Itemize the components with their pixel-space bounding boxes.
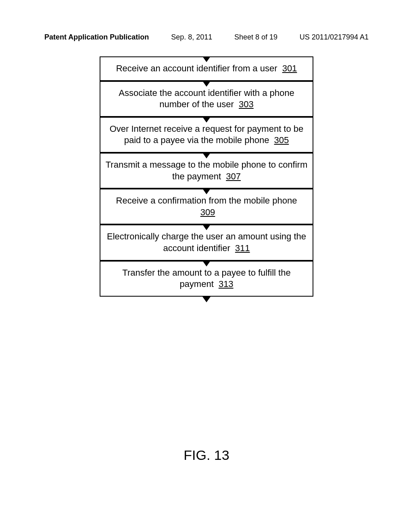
step-text: Transmit a message to the mobile phone t… bbox=[106, 160, 308, 181]
step-313: Transfer the amount to a payee to fulfil… bbox=[100, 261, 313, 297]
step-ref: 301 bbox=[282, 63, 297, 73]
step-ref: 313 bbox=[219, 279, 234, 289]
header-sheet: Sheet 8 of 19 bbox=[234, 33, 277, 42]
step-ref: 305 bbox=[274, 135, 289, 145]
patent-page: Patent Application Publication Sep. 8, 2… bbox=[0, 0, 413, 532]
step-ref: 311 bbox=[235, 243, 250, 253]
step-text: Receive a confirmation from the mobile p… bbox=[116, 195, 297, 206]
figure-label: FIG. 13 bbox=[0, 447, 413, 463]
page-header: Patent Application Publication Sep. 8, 2… bbox=[44, 33, 369, 42]
step-text: Transfer the amount to a payee to fulfil… bbox=[122, 268, 290, 289]
step-ref: 303 bbox=[239, 99, 254, 109]
header-date: Sep. 8, 2011 bbox=[171, 33, 212, 42]
header-publication-type: Patent Application Publication bbox=[44, 33, 149, 42]
step-text: Receive an account identifier from a use… bbox=[116, 63, 277, 73]
step-text: Associate the account identifier with a … bbox=[119, 88, 294, 110]
flowchart: Receive an account identifier from a use… bbox=[94, 56, 319, 297]
arrow-head-icon bbox=[202, 297, 211, 302]
step-303: Associate the account identifier with a … bbox=[100, 81, 313, 117]
step-305: Over Internet receive a request for paym… bbox=[100, 117, 313, 153]
step-307: Transmit a message to the mobile phone t… bbox=[100, 153, 313, 189]
step-301: Receive an account identifier from a use… bbox=[100, 56, 313, 81]
step-ref: 309 bbox=[200, 207, 215, 217]
step-311: Electronically charge the user an amount… bbox=[100, 224, 313, 260]
header-pub-number: US 2011/0217994 A1 bbox=[300, 33, 369, 42]
step-text: Electronically charge the user an amount… bbox=[107, 231, 306, 253]
step-309: Receive a confirmation from the mobile p… bbox=[100, 189, 313, 224]
step-ref: 307 bbox=[226, 171, 241, 181]
